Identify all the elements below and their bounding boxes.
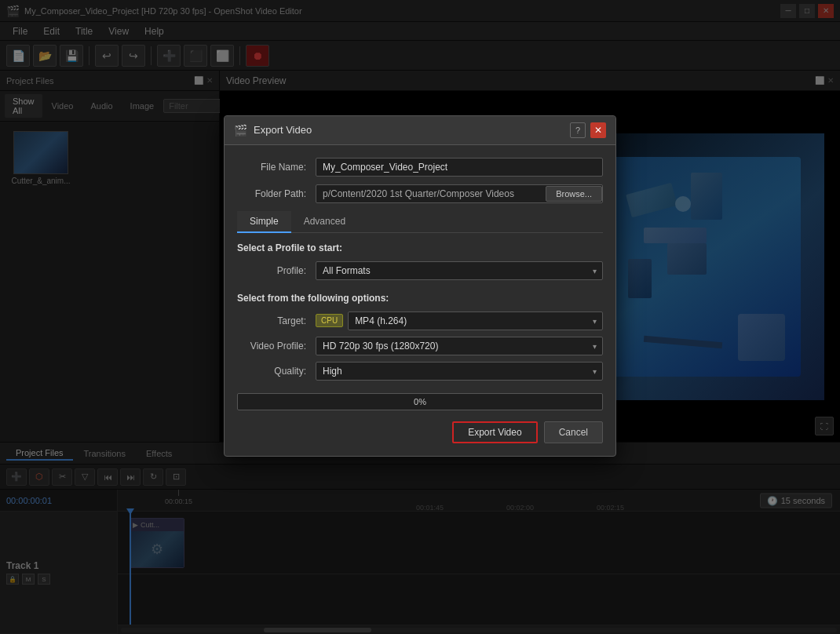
quality-row: Quality: Low Medium High Very High Lossl… (237, 362, 603, 381)
quality-select-wrapper: Low Medium High Very High Lossless (316, 362, 603, 381)
folderpath-value: p/Content/2020 1st Quarter/Composer Vide… (316, 185, 546, 202)
video-profile-row: Video Profile: HD 720p 30 fps (1280x720)… (237, 337, 603, 355)
dialog-title: Export Video (254, 124, 570, 136)
dialog-body: File Name: Folder Path: p/Content/2020 1… (225, 145, 615, 456)
options-section-title: Select from the following options: (237, 293, 603, 304)
modal-overlay: 🎬 Export Video ? ✕ File Name: Folder Pat… (0, 0, 840, 634)
filename-label: File Name: (237, 162, 316, 173)
filename-input[interactable] (316, 158, 603, 177)
video-profile-label: Video Profile: (237, 341, 316, 352)
folderpath-label: Folder Path: (237, 188, 316, 199)
video-profile-select[interactable]: HD 720p 30 fps (1280x720) HD 1080p 30 fp… (316, 337, 603, 355)
target-row: Target: CPU MP4 (h.264) MP4 (h.265) WebM… (237, 312, 603, 330)
target-label: Target: (237, 315, 316, 326)
export-video-button[interactable]: Export Video (452, 421, 538, 443)
video-profile-select-wrapper: HD 720p 30 fps (1280x720) HD 1080p 30 fp… (316, 337, 603, 355)
profile-section-title: Select a Profile to start: (237, 242, 603, 253)
progress-section: 0% (237, 393, 603, 410)
cpu-badge: CPU (316, 314, 343, 327)
dialog-title-icon: 🎬 (234, 124, 247, 137)
dialog-help-button[interactable]: ? (570, 122, 586, 138)
target-select-wrapper: CPU MP4 (h.264) MP4 (h.265) WebM AVI (316, 312, 603, 330)
profile-row: Profile: All Formats HD 720p HD 1080p 4K (237, 261, 603, 280)
quality-select[interactable]: Low Medium High Very High Lossless (316, 362, 603, 381)
tab-simple[interactable]: Simple (237, 211, 291, 233)
profile-label: Profile: (237, 265, 316, 276)
dialog-tabs: Simple Advanced (237, 211, 603, 233)
cancel-button[interactable]: Cancel (544, 421, 603, 443)
filename-row: File Name: (237, 158, 603, 177)
tab-advanced[interactable]: Advanced (291, 211, 358, 233)
dialog-close-button[interactable]: ✕ (590, 122, 606, 138)
dialog-footer: Export Video Cancel (237, 421, 603, 443)
profile-select-wrapper: All Formats HD 720p HD 1080p 4K (316, 261, 603, 280)
target-select[interactable]: MP4 (h.264) MP4 (h.265) WebM AVI (348, 312, 603, 330)
dialog-titlebar: 🎬 Export Video ? ✕ (225, 116, 615, 145)
profile-select[interactable]: All Formats HD 720p HD 1080p 4K (316, 261, 603, 280)
progress-bar: 0% (237, 393, 603, 410)
quality-label: Quality: (237, 366, 316, 377)
folderpath-row: Folder Path: p/Content/2020 1st Quarter/… (237, 184, 603, 203)
progress-label: 0% (414, 397, 426, 406)
browse-button[interactable]: Browse... (546, 186, 602, 202)
folderpath-container: p/Content/2020 1st Quarter/Composer Vide… (316, 184, 603, 203)
export-dialog: 🎬 Export Video ? ✕ File Name: Folder Pat… (224, 115, 616, 457)
